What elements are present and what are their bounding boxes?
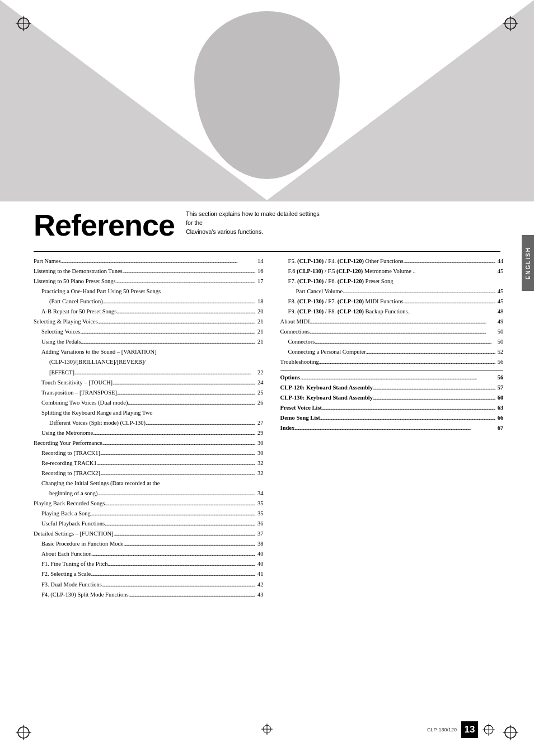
reg-mark-tl: [16, 16, 31, 31]
toc-right-index: Index 67: [280, 423, 504, 433]
toc-entry-f4: F4. (CLP-130) Split Mode Functions 43: [34, 590, 264, 600]
top-decorative-area: [0, 0, 534, 201]
reference-header: Reference This section explains how to m…: [34, 210, 500, 245]
toc-right-f6: F.6 (CLP-130) / F.5 (CLP-120) Metronome …: [280, 266, 504, 276]
toc-entry-variation-line1: Adding Variations to the Sound – [VARIAT…: [34, 347, 264, 357]
toc-right-column: F5. (CLP-130) / F4. (CLP-120) Other Func…: [280, 256, 504, 600]
toc-entry-variation-line2: (CLP-130)/[BRILLIANCE]/[REVERB]/: [34, 357, 264, 367]
section-divider: [34, 251, 500, 252]
toc-right-clp130-stand: CLP-130: Keyboard Stand Assembly 60: [280, 393, 504, 403]
toc-entry-playback-song: Playing Back a Song 35: [34, 509, 264, 519]
language-tab: ENGLISH: [522, 235, 534, 291]
toc-entry-ab-repeat: A-B Repeat for 50 Preset Songs 20: [34, 307, 264, 317]
toc-entry-effect: [EFFECT] 22: [34, 368, 264, 378]
toc-entry-f3: F3. Dual Mode Functions 42: [34, 580, 264, 590]
toc-entry-preset-songs: Listening to 50 Piano Preset Songs 17: [34, 276, 264, 287]
page-number-box: 13: [461, 721, 478, 738]
reference-section: Reference This section explains how to m…: [0, 199, 534, 252]
toc-separator-1: [280, 370, 504, 370]
toc-entry-track2: Recording to [TRACK2] 32: [34, 468, 264, 478]
toc-right-personal-computer: Connecting a Personal Computer 52: [280, 347, 504, 357]
toc-entry-function: Detailed Settings – [FUNCTION] 37: [34, 529, 264, 539]
toc-entry-split-line2: Different Voices (Split mode) (CLP-130) …: [34, 418, 264, 428]
toc-entry-part-names: Part Names 14: [34, 256, 264, 266]
language-label: ENGLISH: [525, 247, 531, 279]
toc-entry-select-voices: Selecting Voices 21: [34, 327, 264, 337]
page-footer: CLP-130/120 13: [427, 721, 495, 738]
toc-entry-pedals: Using the Pedals 21: [34, 337, 264, 347]
toc-entry-f2: F2. Selecting a Scale 41: [34, 569, 264, 579]
toc-entry-touch: Touch Sensitivity – [TOUCH] 24: [34, 378, 264, 388]
toc-entry-rerecord: Re-recording TRACK1 32: [34, 458, 264, 468]
toc-right-f7-line1: F7. (CLP-130) / F6. (CLP-120) Preset Son…: [280, 276, 504, 287]
page-reg-mark: [483, 724, 495, 736]
toc-entry-selecting-voices: Selecting & Playing Voices 21: [34, 317, 264, 327]
bottom-footer-area: CLP-130/120 13: [0, 706, 534, 756]
reg-mark-tr: [503, 16, 518, 31]
toc-entry-playback: Playing Back Recorded Songs 35: [34, 499, 264, 509]
toc-right-demo-song: Demo Song List 66: [280, 413, 504, 423]
toc-entry-initial-line2: beginning of a song) 34: [34, 489, 264, 499]
toc-entry-one-hand: Practicing a One-Hand Part Using 50 Pres…: [34, 287, 264, 297]
toc-right-f8: F8. (CLP-130) / F7. (CLP-120) MIDI Funct…: [280, 297, 504, 307]
toc-right-options: Options 56: [280, 373, 504, 383]
toc-entry-split-line1: Splitting the Keyboard Range and Playing…: [34, 408, 264, 418]
toc-entry-recording: Recording Your Performance 30: [34, 438, 264, 448]
toc-entry-function-mode: Basic Procedure in Function Mode 38: [34, 539, 264, 549]
model-text: CLP-130/120: [427, 727, 457, 732]
reg-mark-bl: [16, 725, 31, 740]
toc-entry-f1: F1. Fine Tuning of the Pitch 40: [34, 559, 264, 569]
toc-right-f7-line2: Part Cancel Volume 45: [280, 287, 504, 297]
toc-entry-initial-line1: Changing the Initial Settings (Data reco…: [34, 478, 264, 489]
toc-right-preset-voice: Preset Voice List 63: [280, 403, 504, 413]
toc-entry-metronome: Using the Metronome 29: [34, 428, 264, 438]
toc-entry-track1: Recording to [TRACK1] 30: [34, 448, 264, 458]
toc-entry-demo-tunes: Listening to the Demonstration Tunes 16: [34, 266, 264, 276]
toc-entry-transpose: Transposition – [TRANSPOSE] 25: [34, 388, 264, 398]
toc-right-clp120-stand: CLP-120: Keyboard Stand Assembly 57: [280, 383, 504, 393]
toc-right-f5: F5. (CLP-130) / F4. (CLP-120) Other Func…: [280, 256, 504, 266]
reg-mark-br: [503, 725, 518, 740]
toc-entry-dual-mode: Combining Two Voices (Dual mode) 26: [34, 398, 264, 408]
toc-entry-each-function: About Each Function 40: [34, 549, 264, 559]
toc-right-f9: F9. (CLP-130) / F8. (CLP-120) Backup Fun…: [280, 307, 504, 317]
toc-entry-part-cancel: (Part Cancel Function) 18: [34, 297, 264, 307]
toc-container: Part Names 14 Listening to the Demonstra…: [0, 256, 534, 600]
toc-entry-useful-playback: Useful Playback Functions 36: [34, 519, 264, 529]
toc-right-troubleshooting: Troubleshooting 56: [280, 357, 504, 367]
reference-description: This section explains how to make detail…: [186, 210, 320, 236]
reference-title: Reference: [34, 210, 175, 240]
toc-right-connections: Connections 50: [280, 327, 504, 337]
toc-right-connectors: Connectors 50: [280, 337, 504, 347]
toc-right-midi: About MIDI 49: [280, 317, 504, 327]
toc-left-column: Part Names 14 Listening to the Demonstra…: [34, 256, 264, 600]
center-cross-bottom: [261, 724, 273, 736]
decorative-circle: [194, 11, 340, 179]
